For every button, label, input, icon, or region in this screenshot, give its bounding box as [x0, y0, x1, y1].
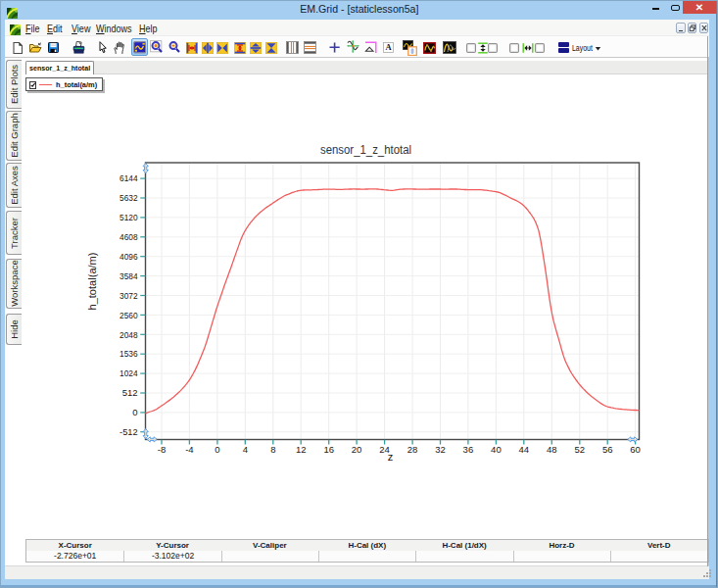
svg-text:60: 60 — [630, 444, 641, 455]
svg-text:2048: 2048 — [120, 329, 138, 340]
svg-text:12: 12 — [296, 444, 307, 455]
svg-text:0: 0 — [215, 444, 219, 455]
svg-text:8: 8 — [270, 444, 275, 455]
svg-text:3584: 3584 — [120, 270, 138, 281]
svg-text:0: 0 — [132, 407, 137, 417]
svg-text:48: 48 — [547, 444, 557, 455]
svg-text:6144: 6144 — [120, 172, 138, 183]
svg-text:40: 40 — [491, 444, 502, 455]
svg-text:44: 44 — [519, 444, 530, 455]
svg-text:2560: 2560 — [120, 310, 138, 320]
svg-text:56: 56 — [602, 444, 613, 455]
svg-text:20: 20 — [352, 444, 362, 455]
svg-text:4: 4 — [243, 444, 248, 455]
svg-text:-4: -4 — [185, 444, 193, 455]
svg-text:5632: 5632 — [120, 192, 138, 203]
svg-text:sensor_1_z_htotal: sensor_1_z_htotal — [320, 143, 411, 157]
svg-text:-512: -512 — [120, 426, 138, 437]
svg-text:4608: 4608 — [120, 231, 138, 242]
svg-text:1536: 1536 — [120, 348, 138, 359]
svg-text:z: z — [388, 451, 394, 463]
svg-text:512: 512 — [122, 387, 138, 398]
svg-text:5120: 5120 — [120, 212, 138, 222]
svg-text:1024: 1024 — [120, 368, 138, 378]
svg-text:16: 16 — [323, 444, 334, 455]
svg-text:32: 32 — [435, 444, 446, 455]
svg-text:4096: 4096 — [120, 251, 138, 262]
svg-text:-8: -8 — [158, 444, 166, 455]
svg-text:28: 28 — [407, 444, 418, 455]
svg-text:3072: 3072 — [120, 290, 138, 301]
svg-text:h_total(a/m): h_total(a/m) — [86, 252, 98, 310]
svg-text:36: 36 — [463, 444, 474, 455]
svg-text:52: 52 — [575, 444, 586, 455]
